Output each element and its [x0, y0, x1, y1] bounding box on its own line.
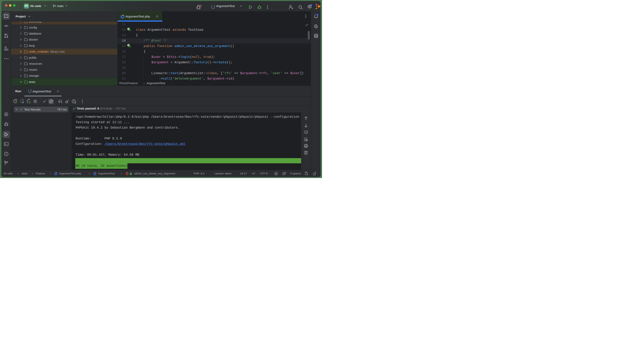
svg-text:BRAINS: BRAINS: [316, 6, 318, 7]
